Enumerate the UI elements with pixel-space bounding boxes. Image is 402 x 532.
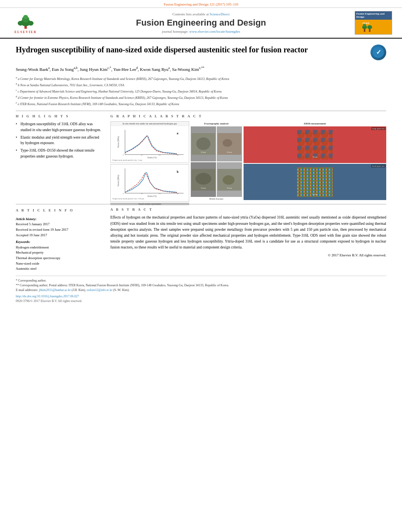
- ga-ebsd-img-2: 15 μm Small grain size: [244, 164, 386, 200]
- article-info-heading: A R T I C L E I N F O: [16, 208, 102, 213]
- crossmark-badge[interactable]: ✓: [370, 44, 386, 60]
- svg-text:FE&D: FE&D: [363, 22, 370, 24]
- svg-point-4: [18, 21, 23, 26]
- divider-2: [16, 204, 386, 204]
- keywords-label: Keywords:: [16, 239, 102, 245]
- page: Fusion Engineering and Design 121 (2017)…: [0, 0, 402, 532]
- abstract-heading: A B S T R A C T: [110, 208, 386, 211]
- ga-chart-a-title: In situ tensile test under air and press…: [111, 122, 189, 126]
- journal-logo-text: Fusion Engineering and Design: [355, 11, 392, 20]
- svg-point-40: [195, 173, 211, 185]
- article-title-section: Hydrogen susceptibility of nano-sized ox…: [16, 44, 386, 63]
- abstract-copyright: © 2017 Elsevier B.V. All rights reserved…: [110, 253, 386, 257]
- svg-point-34: [196, 137, 210, 150]
- ga-fract-svg-4: 30 μm: [218, 169, 241, 191]
- highlight-item-2: Elastic modulus and yield strength were …: [16, 135, 102, 146]
- keywords-section: Keywords: Hydrogen embrittlement Mechani…: [16, 239, 102, 272]
- svg-text:10: 10: [141, 154, 143, 156]
- ga-fractography-label: Fractography analysis: [191, 121, 242, 126]
- abstract-text: Effects of hydrogen on the mechanical pr…: [110, 215, 386, 250]
- ga-fract-img-1: 10 μm: [191, 126, 216, 161]
- svg-text:20: 20: [159, 193, 161, 195]
- email-2-link[interactable]: swkim12@nfri.re.kr: [87, 288, 112, 292]
- email-1-link[interactable]: jhkim2011@hanbat.ac.kr: [39, 288, 71, 292]
- issn-line: 0920-3796/© 2017 Elsevier B.V. All right…: [16, 299, 386, 304]
- ga-large-grain-label: Large grain size: [371, 127, 385, 130]
- email-1-name: (J.H. Kim),: [71, 288, 86, 292]
- journal-header-left: ELSEVIER: [8, 12, 47, 34]
- keyword-5: Austenitic steel: [16, 266, 102, 272]
- svg-text:Strain (%): Strain (%): [147, 156, 157, 159]
- elsevier-text: ELSEVIER: [15, 30, 37, 34]
- ga-fract-img-4: 30 μm: [217, 162, 242, 197]
- affiliation-e: e e ITER Korea, National Fusion Research…: [16, 101, 386, 106]
- svg-text:Strain (%): Strain (%): [147, 195, 157, 198]
- authors-line: Seung-Wook Baeka, Eun Ju Songa,b, Jung H…: [16, 66, 386, 72]
- corresponding-2: ** Corresponding author; Postal address:…: [16, 283, 386, 288]
- ga-chart-a-svg: Stress (MPa) Strain (%) a 0 10 20 4: [112, 128, 187, 159]
- ga-brittle-label: Brittle fracture: [191, 198, 242, 200]
- email-addresses: E-mail addresses: jhkim2011@hanbat.ac.kr…: [16, 288, 386, 293]
- ga-chart-b-body: Stress (MPa) Strain (%) b 0 10 20 40 Ori: [111, 165, 189, 201]
- svg-text:0: 0: [123, 193, 124, 195]
- article-title: Hydrogen susceptibility of nano-sized ox…: [16, 44, 370, 55]
- received-date: Received 5 January 2017: [16, 222, 50, 226]
- divider-1: [16, 111, 386, 111]
- graphical-abstract-section: G R A P H I C A L A B S T R A C T In sit…: [110, 114, 386, 200]
- highlights-heading: H I G H L I G H T S: [16, 114, 102, 118]
- article-history: Article history: Received 5 January 2017…: [16, 217, 102, 238]
- ga-chart-a-body: Stress (MPa) Strain (%) a 0 10 20 4: [111, 126, 189, 163]
- journal-homepage: journal homepage: www.elsevier.com/locat…: [47, 30, 355, 33]
- ga-fract-svg-2: 30 μm: [218, 133, 241, 155]
- footnotes-section: * Corresponding author. ** Corresponding…: [16, 276, 386, 304]
- svg-text:Stress (MPa): Stress (MPa): [117, 136, 120, 148]
- ga-chart-b-legend: Origin mean metal particle size: 150 μm: [112, 198, 187, 200]
- svg-text:Stress (MPa): Stress (MPa): [117, 175, 120, 187]
- journal-logo-icon: FE&D: [362, 21, 385, 33]
- svg-point-5: [28, 21, 34, 26]
- ga-chart-a: In situ tensile test under air and press…: [110, 121, 189, 163]
- affiliation-b: b b Now at Sandia National Laboratories,…: [16, 82, 386, 87]
- highlights-section: H I G H L I G H T S Hydrogen susceptibil…: [16, 114, 102, 200]
- ga-fract-svg-3: 10 μm: [192, 169, 215, 191]
- journal-logo-box: Fusion Engineering and Design FE&D: [355, 11, 392, 35]
- ga-ebsd-column: EBSD measurement: [244, 121, 386, 200]
- homepage-url[interactable]: www.elsevier.com/locate/fusengdes: [189, 30, 240, 33]
- elsevier-tree-icon: [12, 15, 39, 30]
- svg-text:a: a: [177, 132, 179, 135]
- svg-rect-6: [364, 29, 365, 32]
- doi-link[interactable]: http://dx.doi.org/10.1016/j.fusengdes.20…: [16, 295, 79, 298]
- ga-fractography-grid: 10 μm 30 μm: [191, 126, 242, 197]
- svg-text:10: 10: [141, 193, 143, 195]
- highlights-list: Hydrogen susceptibility of 316L ODS allo…: [16, 121, 102, 159]
- ga-fract-img-2: 30 μm: [217, 126, 242, 161]
- crossmark-icon: ✓: [372, 46, 384, 58]
- sciencedirect-link[interactable]: ScienceDirect: [210, 12, 229, 16]
- svg-point-37: [223, 139, 232, 147]
- svg-text:40: 40: [177, 154, 179, 156]
- svg-text:b: b: [177, 171, 179, 174]
- info-abstract-row: A R T I C L E I N F O Article history: R…: [16, 208, 386, 271]
- svg-point-11: [367, 25, 372, 29]
- journal-header-center: Contents lists available at ScienceDirec…: [47, 12, 355, 33]
- accepted-date: Accepted 19 June 2017: [16, 233, 47, 237]
- svg-text:30 μm: 30 μm: [227, 187, 232, 189]
- affiliation-a: a a Center for Energy Materials Metrolog…: [16, 76, 386, 81]
- ga-ebsd-svg-1: 30 μm: [297, 130, 333, 159]
- keyword-3: Thermal desorption spectroscopy: [16, 256, 102, 261]
- keyword-1: Hydrogen embrittlement: [16, 245, 102, 250]
- svg-rect-48: [297, 130, 333, 159]
- ga-chart-b: Stress (MPa) Strain (%) b 0 10 20 40 Ori: [110, 164, 189, 202]
- svg-text:20: 20: [159, 154, 161, 156]
- svg-text:0: 0: [123, 154, 124, 156]
- affiliation-d: d d Center for frontier in Extreme Physi…: [16, 95, 386, 100]
- svg-text:10 μm: 10 μm: [201, 187, 206, 189]
- svg-point-43: [223, 175, 234, 185]
- ga-chart-a-legend: Origin mean metal particle size: 5 μm: [112, 159, 187, 161]
- highlight-item-3: Type-316L ODS–D150 showed the robust ten…: [16, 148, 102, 159]
- email-2-name: (S.-W. Kim).: [113, 288, 129, 292]
- svg-rect-10: [369, 29, 370, 32]
- ga-small-grain-label: Small grain size: [371, 165, 385, 167]
- ga-ebsd-img-1: 30 μm Large grain size: [244, 126, 386, 163]
- svg-point-3: [23, 15, 28, 19]
